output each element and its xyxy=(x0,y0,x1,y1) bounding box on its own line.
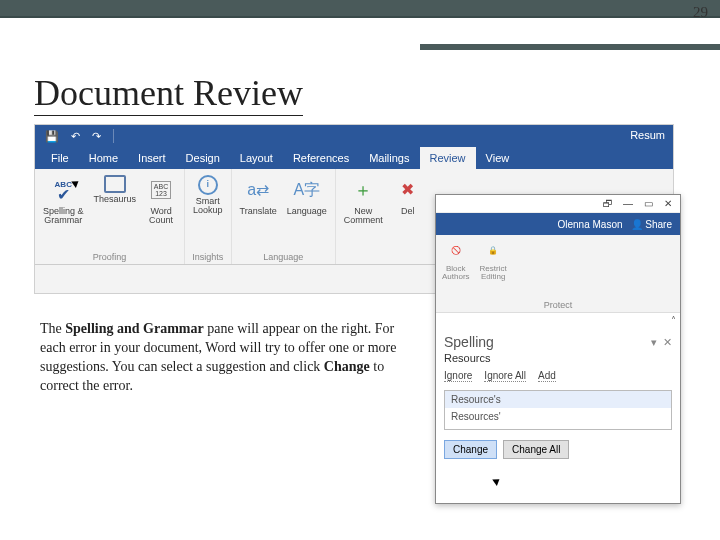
ignore-all-button[interactable]: Ignore All xyxy=(484,370,526,382)
add-button[interactable]: Add xyxy=(538,370,556,382)
group-comments: ＋ New Comment ✖ Del xyxy=(336,169,431,264)
tab-view[interactable]: View xyxy=(476,147,520,169)
explanation-text: The Spelling and Grammar pane will appea… xyxy=(40,320,420,396)
group-language: a⇄ Translate A字 Language Language xyxy=(232,169,336,264)
new-comment-label: New Comment xyxy=(344,207,383,226)
change-button[interactable]: Change xyxy=(444,440,497,459)
window-maximize-icon[interactable]: ▭ xyxy=(642,198,654,209)
translate-button[interactable]: a⇄ Translate xyxy=(238,173,279,218)
redo-icon[interactable]: ↷ xyxy=(92,130,101,143)
pane-close-icon[interactable]: ✕ xyxy=(663,336,672,349)
group-proofing-label: Proofing xyxy=(41,250,178,262)
language-icon: A字 xyxy=(292,175,322,205)
window-titlebar: 🗗 — ▭ ✕ xyxy=(436,195,680,213)
translate-label: Translate xyxy=(240,207,277,216)
restrict-editing-label: Restrict Editing xyxy=(480,265,507,282)
group-comments-label xyxy=(342,250,425,262)
group-language-label: Language xyxy=(238,250,329,262)
spelling-grammar-label: Spelling & Grammar xyxy=(43,207,84,226)
spelling-task-pane: Spelling ▾ ✕ Resourcs Ignore Ignore All … xyxy=(436,328,680,465)
protect-group: 🚫 Block Authors 🔒 Restrict Editing Prote… xyxy=(436,235,680,313)
restrict-editing-button[interactable]: 🔒 Restrict Editing xyxy=(480,239,507,282)
undo-icon[interactable]: ↶ xyxy=(71,130,80,143)
word-count-label: Word Count xyxy=(149,207,173,226)
page-number: 29 xyxy=(693,4,708,21)
word-count-button[interactable]: ABC 123 Word Count xyxy=(144,173,178,228)
restrict-editing-icon: 🔒 xyxy=(481,239,505,263)
tab-insert[interactable]: Insert xyxy=(128,147,176,169)
suggestion-item[interactable]: Resources' xyxy=(445,408,671,425)
spelling-pane-window: 🗗 — ▭ ✕ Olenna Mason 👤 Share 🚫 Block Aut… xyxy=(435,194,681,504)
pane-dropdown-icon[interactable]: ▾ xyxy=(651,336,657,349)
smart-lookup-label: Smart Lookup xyxy=(193,197,223,216)
share-button[interactable]: 👤 Share xyxy=(631,219,672,230)
thesaurus-label: Thesaurus xyxy=(94,195,137,204)
thesaurus-button[interactable]: Thesaurus xyxy=(92,173,139,228)
account-bar: Olenna Mason 👤 Share xyxy=(436,213,680,235)
group-insights-label: Insights xyxy=(191,250,225,262)
tab-references[interactable]: References xyxy=(283,147,359,169)
collapse-ribbon-icon[interactable]: ˄ xyxy=(436,313,680,328)
document-title-truncated: Resum xyxy=(630,129,665,141)
tab-design[interactable]: Design xyxy=(176,147,230,169)
language-label: Language xyxy=(287,207,327,216)
block-authors-icon: 🚫 xyxy=(444,239,468,263)
tab-mailings[interactable]: Mailings xyxy=(359,147,419,169)
slide-top-border xyxy=(0,0,720,18)
translate-icon: a⇄ xyxy=(243,175,273,205)
protect-group-label: Protect xyxy=(442,298,674,310)
group-insights: i Smart Lookup Insights xyxy=(185,169,232,264)
window-restore-icon[interactable]: 🗗 xyxy=(602,198,614,209)
accent-rule xyxy=(420,44,720,50)
save-icon[interactable]: 💾 xyxy=(45,130,59,143)
window-minimize-icon[interactable]: — xyxy=(622,198,634,209)
spelling-pane-controls: ▾ ✕ xyxy=(651,336,672,349)
misspelled-word: Resourcs xyxy=(444,352,672,364)
qat-separator xyxy=(113,129,114,143)
suggestions-list[interactable]: Resource's Resources' xyxy=(444,390,672,430)
word-count-icon: ABC 123 xyxy=(146,175,176,205)
new-comment-button[interactable]: ＋ New Comment xyxy=(342,173,385,228)
tab-file[interactable]: File xyxy=(41,147,79,169)
block-authors-label: Block Authors xyxy=(442,265,470,282)
ribbon-tabs: File Home Insert Design Layout Reference… xyxy=(35,147,673,169)
change-all-button[interactable]: Change All xyxy=(503,440,569,459)
thesaurus-icon xyxy=(104,175,126,193)
spelling-actions: Ignore Ignore All Add xyxy=(444,370,672,382)
language-button[interactable]: A字 Language xyxy=(285,173,329,218)
block-authors-button[interactable]: 🚫 Block Authors xyxy=(442,239,470,282)
delete-comment-button[interactable]: ✖ Del xyxy=(391,173,425,228)
delete-comment-icon: ✖ xyxy=(393,175,423,205)
tab-home[interactable]: Home xyxy=(79,147,128,169)
quick-access-toolbar: 💾 ↶ ↷ Resum xyxy=(35,125,673,147)
suggestion-item[interactable]: Resource's xyxy=(445,391,671,408)
spelling-pane-title: Spelling xyxy=(444,334,494,350)
smart-lookup-icon: i xyxy=(198,175,218,195)
delete-comment-label: Del xyxy=(401,207,415,216)
page-title: Document Review xyxy=(34,75,303,116)
tab-layout[interactable]: Layout xyxy=(230,147,283,169)
ignore-button[interactable]: Ignore xyxy=(444,370,472,382)
user-name: Olenna Mason xyxy=(557,219,622,230)
group-proofing: ABC ✔ Spelling & Grammar Thesaurus ABC 1… xyxy=(35,169,185,264)
smart-lookup-button[interactable]: i Smart Lookup xyxy=(191,173,225,218)
cursor-icon xyxy=(492,476,502,486)
tab-review[interactable]: Review xyxy=(420,147,476,169)
new-comment-icon: ＋ xyxy=(348,175,378,205)
window-close-icon[interactable]: ✕ xyxy=(662,198,674,209)
